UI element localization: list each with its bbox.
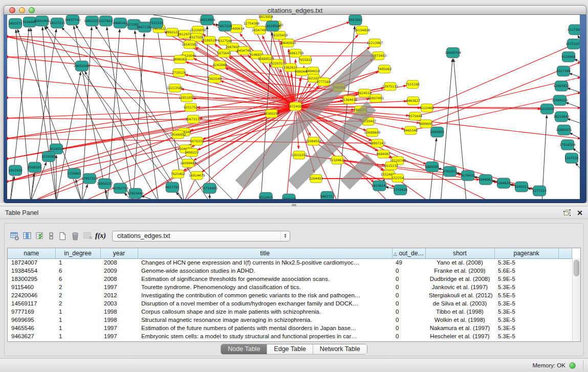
import-table-icon[interactable] <box>34 230 47 242</box>
status-bar: Memory: OK <box>0 358 588 372</box>
cell-name: 9777169 <box>8 308 55 316</box>
cell-short: Jankovic et al. (1997) <box>425 283 494 291</box>
cell-out_de: 0 <box>392 324 425 332</box>
cell-title: Disruption of a novel member of a sodium… <box>138 299 392 308</box>
cell-in_degree: 2 <box>55 299 100 308</box>
cell-title: Tourette syndrome. Phenomenology and cla… <box>138 283 392 291</box>
cell-filler <box>558 275 572 283</box>
cell-pagerank: 5.9E-5 <box>494 275 558 283</box>
cell-name: 9463627 <box>8 332 55 340</box>
delete-table-icon[interactable] <box>81 230 94 242</box>
cell-in_degree: 1 <box>55 332 100 340</box>
cell-out_de: 0 <box>392 316 425 324</box>
network-window-titlebar[interactable]: citations_edges.txt <box>4 5 586 15</box>
table-scrollbar[interactable] <box>572 258 580 341</box>
cell-in_degree: 6 <box>55 275 100 283</box>
cell-in_degree: 6 <box>55 267 100 275</box>
column-header-filler <box>558 248 572 258</box>
cell-filler <box>558 267 572 275</box>
cell-pagerank: 5.3E-5 <box>494 299 558 308</box>
cell-year: 2008 <box>100 258 138 267</box>
table-toolbar: f(x) citations_edges.txt ▲▼ <box>8 229 290 243</box>
table-row[interactable]: 1938455462009Genome-wide association stu… <box>8 267 572 275</box>
cell-short: Yano et al. (2008) <box>425 258 494 267</box>
table-row[interactable]: 1872400712008Changes of HCN gene express… <box>8 258 572 267</box>
cell-pagerank: 5.6E-5 <box>494 267 558 275</box>
cell-short: Dudbridge et al. (2008) <box>425 275 494 283</box>
row-height-icon[interactable] <box>47 230 56 242</box>
cell-pagerank: 5.3E-5 <box>494 332 558 340</box>
memory-status-label: Memory: OK <box>532 362 565 368</box>
cell-filler <box>558 283 572 291</box>
cell-year: 2008 <box>100 275 138 283</box>
node-table: namein_degreeyeartitle△out_de…shortpager… <box>7 248 581 342</box>
cell-out_de: 0 <box>392 275 425 283</box>
column-header-title[interactable]: title <box>138 248 392 258</box>
cell-out_de: 0 <box>392 332 425 340</box>
column-header-in_degree[interactable]: in_degree <box>55 248 100 258</box>
cell-filler <box>558 316 572 324</box>
resize-grip-icon[interactable] <box>7 15 579 198</box>
table-row[interactable]: 946554611997Estimation of the future num… <box>8 324 572 332</box>
cell-name: 18300295 <box>8 275 55 283</box>
tab-node-table[interactable]: Node Table <box>221 344 267 354</box>
column-header-pagerank[interactable]: pagerank <box>494 248 558 258</box>
cell-pagerank: 5.3E-5 <box>494 316 558 324</box>
cell-out_de: 0 <box>392 283 425 291</box>
table-tabs: Node TableEdge TableNetwork Table <box>221 344 367 355</box>
cell-in_degree: 1 <box>55 324 100 332</box>
cell-in_degree: 1 <box>55 308 100 316</box>
cell-title: Estimation of the future numbers of pati… <box>138 324 392 332</box>
column-header-out_de[interactable]: △out_de… <box>392 248 425 258</box>
table-select-dropdown[interactable]: citations_edges.txt ▲▼ <box>112 231 290 242</box>
table-row[interactable]: 969969511998Structural magnetic resonanc… <box>8 316 572 324</box>
table-select-value: citations_edges.txt <box>117 232 170 239</box>
table-row[interactable]: 977716911998Corpus callosum shape and si… <box>8 308 572 316</box>
cell-title: Changes of HCN gene expression and I(f) … <box>138 258 392 267</box>
sort-ascending-icon: △ <box>394 251 397 256</box>
cell-name: 22420046 <box>8 291 55 299</box>
delete-trash-icon[interactable] <box>69 230 81 242</box>
cell-out_de: 0 <box>392 308 425 316</box>
table-panel: Table Panel ✕ <box>0 207 588 358</box>
cell-year: 2009 <box>100 267 138 275</box>
column-header-year[interactable]: year <box>100 248 138 258</box>
cell-year: 1997 <box>100 283 138 291</box>
table-row[interactable]: 911546021997Tourette syndrome. Phenomeno… <box>8 283 572 291</box>
float-panel-icon[interactable] <box>563 209 571 216</box>
cell-title: Structural magnetic resonance image aver… <box>138 316 392 324</box>
column-visibility-icon[interactable] <box>21 230 34 242</box>
cell-short: Tibbo et al. (1998) <box>425 308 494 316</box>
cell-title: Embryonic stem cells: a model to study s… <box>138 332 392 340</box>
cell-title: Genome-wide association studies in ADHD. <box>138 267 392 275</box>
column-header-short[interactable]: short <box>425 248 494 258</box>
cell-in_degree: 2 <box>55 283 100 291</box>
cell-in_degree: 2 <box>55 291 100 299</box>
new-document-icon[interactable] <box>56 230 69 242</box>
tab-network-table[interactable]: Network Table <box>313 344 367 354</box>
scrollbar-thumb[interactable] <box>574 260 579 276</box>
cell-pagerank: 5.3E-5 <box>494 308 558 316</box>
cell-filler <box>558 332 572 340</box>
cell-year: 1998 <box>100 308 138 316</box>
function-builder-icon[interactable]: f(x) <box>94 230 107 242</box>
tab-edge-table[interactable]: Edge Table <box>267 344 313 354</box>
cell-year: 2003 <box>100 299 138 308</box>
table-row[interactable]: 2242004622012Investigating the contribut… <box>8 291 572 299</box>
network-canvas[interactable]: 1872400774638228960128891297415226058932… <box>7 15 580 199</box>
splitter-handle-icon[interactable] <box>292 204 296 206</box>
table-row[interactable]: 1830029562008Estimation of significance … <box>8 275 572 283</box>
cell-title: Corpus callosum shape and size in male p… <box>138 308 392 316</box>
statusbar-divider <box>583 360 583 370</box>
table-row[interactable]: 1456911722003Disruption of a novel membe… <box>8 299 572 308</box>
cell-short: Hescheler et al. (1997) <box>425 332 494 340</box>
cell-name: 18724007 <box>8 258 55 267</box>
table-panel-header: Table Panel ✕ <box>0 207 588 219</box>
column-header-name[interactable]: name <box>8 248 55 258</box>
cell-name: 9699695 <box>8 316 55 324</box>
panel-splitter[interactable] <box>0 203 588 207</box>
close-panel-icon[interactable]: ✕ <box>577 209 583 216</box>
table-panel-title: Table Panel <box>5 209 38 216</box>
table-row[interactable]: 946362711997Embryonic stem cells: a mode… <box>8 332 572 340</box>
table-settings-icon[interactable] <box>8 230 21 242</box>
